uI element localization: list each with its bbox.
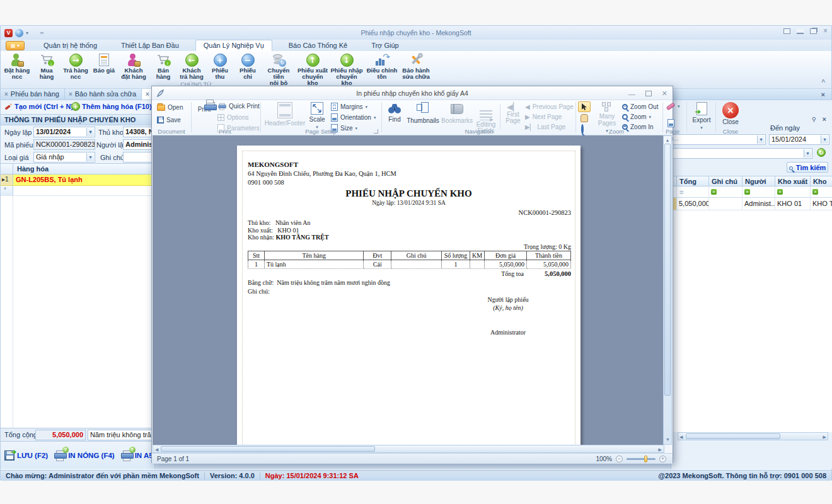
ngay-lap-field[interactable]: 13/01/2024 <box>33 127 95 137</box>
ribbon-button-khach-tra-hang[interactable]: ← Khách trả hàng <box>177 52 206 81</box>
col-kho-nhan[interactable]: Kho nh <box>811 176 832 186</box>
add-item-button[interactable]: + Thêm hàng hóa (F10) <box>71 102 152 111</box>
filter-cell[interactable]: a <box>775 186 811 198</box>
tab-tro-giup[interactable]: Trợ Giúp <box>364 40 406 51</box>
preview-hscrollbar[interactable]: ◀ ▶ <box>153 445 664 453</box>
panel-close-icon[interactable]: × <box>823 115 826 123</box>
ribbon-button-phieu-nhap-chuyen-kho[interactable]: ↓ Phiếu nhập chuyển kho <box>330 52 364 87</box>
ribbon-button-phieu-chi[interactable]: − Phiếu chi <box>234 52 262 81</box>
zoom-plus-button[interactable]: + <box>659 455 666 462</box>
ribbon-button-phieu-xuat-chuyen-kho[interactable]: ↑ Phiếu xuất chuyển kho <box>296 52 330 87</box>
chevron-down-icon[interactable]: ▾ <box>26 30 28 36</box>
from-date-field[interactable] <box>673 134 766 145</box>
selected-grid-row[interactable]: ▸1 GN-L205BS, Tủ lạnh <box>1 175 154 186</box>
cell-nguoi-lap[interactable]: Administ... <box>742 198 775 210</box>
new-button[interactable]: Tạo mới (Ctrl + N) <box>4 102 73 110</box>
tabbar-close-icon[interactable]: × <box>821 91 825 98</box>
tab-thiet-lap-ban-dau[interactable]: Thiết Lập Ban Đầu <box>113 40 187 51</box>
items-grid-body[interactable] <box>1 196 154 428</box>
page-setup-launcher-icon[interactable] <box>374 129 378 134</box>
cell-kho-nhan[interactable]: KHO T <box>811 198 832 210</box>
quick-print-button[interactable]: Quick Print <box>217 103 260 110</box>
right-panel-hscrollbar[interactable]: ◀ ▶ <box>678 432 828 440</box>
filter-cell[interactable]: a <box>742 186 775 198</box>
filter-cell[interactable]: = <box>677 186 709 198</box>
restore-button[interactable] <box>810 28 817 34</box>
ribbon-button-ban-hang[interactable]: ↑ Bán hàng <box>149 52 177 81</box>
tab-close-icon[interactable]: × <box>69 91 72 98</box>
user-orb-icon[interactable] <box>15 29 23 37</box>
loai-gia-field[interactable]: Giá nhập <box>33 152 95 163</box>
ribbon-button-dieu-chinh-ton[interactable]: ↷ Điều chỉnh tồn <box>364 52 400 81</box>
export-button[interactable]: Export▾ <box>689 102 714 130</box>
scroll-left-icon[interactable]: ◀ <box>679 434 683 440</box>
scroll-down-icon[interactable]: ▼ <box>666 437 670 443</box>
tab-quan-ly-nghiep-vu[interactable]: Quản Lý Nghiệp Vụ <box>195 40 272 51</box>
ribbon-button-khach-dat-hang[interactable]: Khách đặt hàng <box>118 52 149 81</box>
tab-quan-tri-he-thong[interactable]: Quản trị hệ thống <box>36 40 105 51</box>
close-preview-button[interactable]: ✕ Close <box>718 102 743 125</box>
ribbon-button-bao-hanh-sua-chua[interactable]: Bảo hành sửa chữa <box>400 52 432 81</box>
application-menu-button[interactable]: ▦ ▾ <box>6 41 25 50</box>
column-hang-hoa[interactable]: Hàng hóa <box>17 165 49 173</box>
doc-tab-phieu-ban-hang[interactable]: × Phiếu bán hàng <box>1 89 65 100</box>
zoom-minus-button[interactable]: − <box>616 455 623 462</box>
zoom-out-button[interactable]: −Zoom Out <box>622 103 658 110</box>
hand-tool-icon[interactable] <box>581 114 588 122</box>
watermark-button[interactable]: ▾ <box>666 104 680 109</box>
ghi-chu-field[interactable] <box>123 152 154 163</box>
filter-cell[interactable]: a <box>811 186 832 198</box>
print-a5-button[interactable]: ? IN A5 <box>121 450 153 460</box>
ribbon-button-phieu-thu[interactable]: + Phiếu thu <box>206 52 234 81</box>
scroll-thumb[interactable] <box>686 433 780 439</box>
col-nguoi-lap[interactable]: Người lập <box>742 176 775 186</box>
scroll-up-icon[interactable]: ▲ <box>664 137 671 144</box>
col-ghi-chu[interactable]: Ghi chú <box>709 176 742 186</box>
col-tong-tien[interactable]: Tổng tiền <box>677 176 709 186</box>
zoom-slider-thumb[interactable] <box>644 455 647 462</box>
tab-close-icon[interactable]: × <box>146 91 149 98</box>
zoom-button[interactable]: Zoom▾ <box>622 113 651 120</box>
doc-tab-bao-hanh-sua-chua[interactable]: × Bảo hành sửa chữa <box>65 89 142 100</box>
filter-cell[interactable]: a <box>709 186 742 198</box>
den-ngay-field[interactable]: 15/01/2024 <box>769 134 829 145</box>
open-button[interactable]: Open <box>157 104 183 111</box>
margins-button[interactable]: Margins▾ <box>331 103 367 111</box>
scroll-right-icon[interactable]: ▶ <box>823 434 826 440</box>
vscroll-thumb[interactable] <box>664 144 671 396</box>
qat-customize-icon[interactable]: ≂ <box>40 30 44 36</box>
find-button[interactable]: Find <box>384 102 405 123</box>
scale-button[interactable]: Scale▾ <box>307 102 327 130</box>
items-grid-header[interactable]: Hàng hóa <box>1 163 154 175</box>
ribbon-button-tra-hang-ncc[interactable]: → Trả hàng ncc <box>61 52 90 81</box>
close-button[interactable]: × <box>823 28 828 34</box>
print-hot-button[interactable]: ? IN NÓNG (F4) <box>54 450 114 460</box>
cell-ghi-chu[interactable] <box>709 198 742 210</box>
ribbon-button-mua-hang[interactable]: ↓ Mua hàng <box>32 52 61 81</box>
search-button[interactable]: Tìm kiếm <box>787 162 828 173</box>
scroll-left-icon[interactable]: ◀ <box>155 447 158 453</box>
thu-kho-field[interactable]: 14308, Nh <box>123 127 154 137</box>
tab-close-icon[interactable]: × <box>4 91 8 98</box>
zoom-slider[interactable] <box>627 458 656 460</box>
ribbon-collapse-icon[interactable]: ^ <box>821 79 825 86</box>
ribbon-button-chuyen-tien-noi-bo[interactable]: ↻ Chuyển tiền nội bộ <box>262 52 296 87</box>
new-grid-row[interactable]: * <box>1 186 154 196</box>
minimize-button[interactable] <box>797 29 804 34</box>
refresh-icon[interactable]: ↻ <box>817 148 826 157</box>
ribbon-button-bao-gia[interactable]: Báo giá <box>90 52 118 74</box>
search-combo[interactable] <box>673 148 812 159</box>
thumbnails-button[interactable]: Thumbnails <box>407 102 439 124</box>
save-button[interactable]: ➜ LƯU (F2) <box>4 450 48 461</box>
ribbon-button-dat-hang-ncc[interactable]: Đặt hàng ncc <box>2 52 32 81</box>
preview-area[interactable]: MEKONGSOFT 64 Nguyễn Đình Chiểu, Phường … <box>153 135 664 445</box>
page-color-button[interactable] <box>667 119 674 129</box>
col-kho-xuat[interactable]: Kho xuất <box>775 176 811 186</box>
pin-icon[interactable]: ⚲ <box>812 116 816 123</box>
scroll-right-icon[interactable]: ▶ <box>659 447 662 453</box>
dialog-close-icon[interactable]: ✕ <box>662 89 667 98</box>
tab-bao-cao-thong-ke[interactable]: Báo Cáo Thống Kê <box>281 40 355 51</box>
dialog-minimize-icon[interactable]: — <box>628 90 635 98</box>
dialog-maximize-icon[interactable] <box>645 91 652 96</box>
print-button[interactable]: Print <box>194 102 215 113</box>
